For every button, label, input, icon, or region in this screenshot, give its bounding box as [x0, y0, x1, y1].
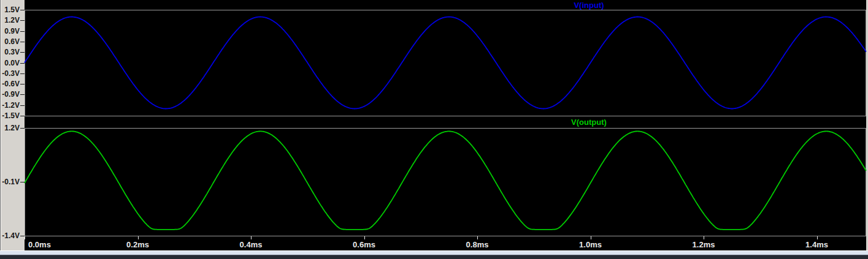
x-tick-label: 0.4ms: [240, 240, 263, 249]
y-tick-mark: [20, 10, 25, 10]
y-tick-label: 0.6V: [1, 38, 20, 45]
trace-voutput[interactable]: [25, 131, 866, 229]
x-tick-label: 0.8ms: [466, 240, 489, 249]
x-tick-label: 1.0ms: [579, 240, 602, 249]
x-tick-mark: [477, 236, 478, 239]
trace-label-vinput[interactable]: V(input): [574, 1, 604, 10]
x-tick-mark: [364, 236, 365, 239]
y-tick-mark: [20, 31, 25, 32]
trace-label-voutput[interactable]: V(output): [571, 118, 607, 127]
y-tick-mark: [20, 42, 25, 42]
taskbar-sliver: [0, 255, 868, 259]
y-tick-mark: [20, 84, 25, 84]
y-tick-mark: [20, 116, 25, 116]
y-tick-label: 1.2V: [1, 124, 20, 132]
x-tick-mark: [704, 236, 704, 239]
x-tick-label: 0.0ms: [28, 240, 51, 249]
y-tick-mark: [20, 63, 25, 64]
x-tick-label: 1.4ms: [805, 240, 828, 249]
x-tick-mark: [25, 236, 25, 239]
x-tick-label: 0.2ms: [126, 240, 149, 249]
y-tick-mark: [20, 128, 25, 129]
y-tick-label: 1.2V: [1, 17, 20, 24]
y-tick-mark: [20, 94, 25, 95]
trace-vinput[interactable]: [25, 17, 866, 109]
x-tick-mark: [817, 236, 818, 239]
y-tick-label: 1.5V: [1, 6, 20, 13]
x-tick-mark: [591, 236, 591, 239]
x-tick-mark: [138, 236, 139, 239]
y-tick-mark: [20, 236, 25, 236]
waveform-viewer-window: V(input) V(output) 1.5V1.2V0.9V0.6V0.3V0…: [0, 0, 868, 259]
y-tick-label: -1.2V: [1, 102, 20, 109]
y-tick-label: -1.5V: [1, 112, 20, 119]
y-tick-label: -0.1V: [1, 178, 20, 186]
y-tick-mark: [20, 20, 25, 21]
x-tick-label: 0.6ms: [353, 240, 375, 249]
y-tick-label: -1.4V: [1, 232, 20, 239]
y-tick-mark: [20, 73, 25, 74]
y-tick-label: -0.6V: [1, 80, 20, 88]
y-tick-mark: [20, 105, 25, 106]
y-tick-label: 0.0V: [1, 59, 20, 67]
y-tick-label: 0.3V: [1, 48, 20, 56]
waveform-traces-canvas: [0, 0, 868, 251]
y-tick-label: -0.3V: [1, 70, 20, 77]
x-tick-label: 1.2ms: [693, 240, 715, 249]
x-tick-mark: [251, 236, 252, 239]
y-tick-label: 0.9V: [1, 28, 20, 35]
y-tick-mark: [20, 182, 25, 182]
y-tick-label: -0.9V: [1, 91, 20, 98]
y-tick-mark: [20, 52, 25, 53]
